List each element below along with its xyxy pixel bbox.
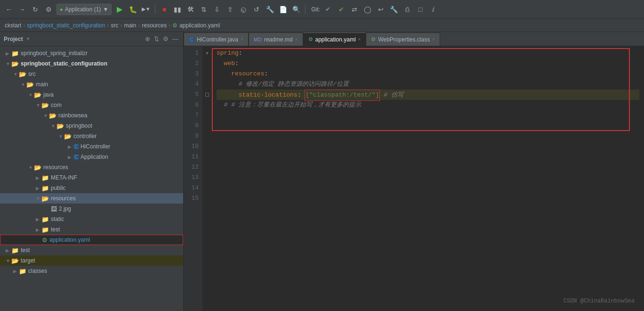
code-indent-4 (217, 79, 239, 90)
toolbar: ← → ↻ ⚙ ● Application (1) ▼ ▶ 🐛 ▶▼ ■ ▮▮ … (0, 0, 644, 19)
git-checkmark-button[interactable]: ✔ (323, 4, 333, 15)
git-fetch-button[interactable]: ⇅ (199, 4, 209, 15)
tree-label-application-yaml: application.yaml (49, 237, 90, 243)
git-branch-button[interactable]: ⇄ (349, 4, 360, 15)
forward-button[interactable]: → (17, 4, 27, 15)
yaml-icon: ⚙ (42, 237, 48, 244)
tree-label-src: src (28, 71, 36, 77)
refresh-button[interactable]: ↻ (30, 4, 40, 15)
tree-item-spring-initializr[interactable]: ▶ 📁 springboot_spring_initializr (0, 48, 183, 58)
tab-hicontroller[interactable]: C HiController.java × (184, 33, 249, 46)
tree-item-resources-main[interactable]: ▼ 📂 resources (0, 162, 183, 172)
folder-meta-icon: 📁 (41, 174, 49, 181)
back-button[interactable]: ← (4, 4, 14, 15)
tab-application-yaml[interactable]: ⚙ application.yaml × (303, 33, 366, 46)
tools-button[interactable]: 🔧 (265, 4, 275, 15)
tree-item-target[interactable]: ▼ 📂 target (0, 255, 183, 266)
fold-marker-5[interactable] (202, 90, 212, 100)
code-line-10 (217, 141, 639, 152)
settings-button[interactable]: ⚙ (43, 4, 54, 15)
tree-label-application-class: Application (80, 154, 108, 160)
run-button[interactable]: ▶ (114, 4, 125, 15)
tree-label-controller: controller (73, 133, 97, 139)
sidebar-minimize-button[interactable]: — (171, 34, 179, 43)
code-line-9 (217, 131, 639, 141)
code-comment-4: # 修改/指定 静态资源的访问路径/位置 (239, 79, 349, 90)
tree-item-application-yaml[interactable]: ⚙ application.yaml (0, 235, 183, 245)
build-button[interactable]: 🛠 (185, 4, 196, 15)
code-line-5: static-locations: ["classpath:/test/"] #… (217, 90, 639, 100)
coverage-button[interactable]: ▶▼ (141, 4, 151, 15)
run-config-dropdown[interactable]: ● Application (1) ▼ (56, 4, 112, 15)
tree-item-springboot-dir[interactable]: ▼ 📂 springboot (0, 121, 183, 131)
tree-item-test-root[interactable]: ▶ 📁 test (0, 245, 183, 255)
editor-content: 1 2 3 4 5 6 7 8 9 10 11 12 13 14 15 ▼ (184, 46, 644, 311)
tree-arrow-main-icon: ▼ (21, 82, 26, 87)
tab-yaml-close[interactable]: × (358, 37, 361, 42)
git-push-button[interactable]: ⇧ (225, 4, 235, 15)
git-share-button[interactable]: ⎙ (402, 4, 412, 15)
breadcrumb-sep-2: › (107, 22, 109, 29)
tree-item-resources-selected[interactable]: ▼ 📂 resources (0, 193, 183, 204)
search-button[interactable]: 🔍 (291, 4, 301, 15)
history-button[interactable]: ◵ (238, 4, 249, 15)
folder-src-icon: 📂 (19, 71, 26, 78)
breadcrumb-part-2[interactable]: springboot_static_configuration (27, 22, 105, 29)
tree-arrow-hi-icon: ▶ (68, 144, 73, 149)
tree-label-static: static (51, 216, 64, 222)
code-editor[interactable]: spring: web: resources: # 修改/指定 静态资源的访问路… (212, 46, 644, 311)
tab-readme-close[interactable]: × (295, 37, 298, 42)
fold-marker-1[interactable]: ▼ (202, 48, 212, 58)
tree-item-meta-inf[interactable]: ▶ 📁 META-INF (0, 172, 183, 183)
tree-label-test-root: test (21, 247, 30, 254)
tree-item-public[interactable]: ▶ 📁 public (0, 183, 183, 193)
tree-arrow-classes-icon: ▶ (13, 269, 19, 274)
tab-webproperties-close[interactable]: × (432, 37, 435, 42)
stop-button[interactable]: ■ (159, 4, 169, 15)
sdk-button[interactable]: 📄 (278, 4, 288, 15)
tree-arrow-test-folder-icon: ▶ (36, 227, 41, 232)
tree-item-java-dir[interactable]: ▼ 📂 java (0, 90, 183, 100)
undo-button[interactable]: ↺ (251, 4, 262, 15)
tree-item-static-config[interactable]: ▼ 📂 springboot_static_configuration (0, 58, 183, 69)
tree-item-com[interactable]: ▼ 📂 com (0, 100, 183, 110)
sep2 (305, 5, 306, 14)
git-update-button[interactable]: ⇩ (212, 4, 222, 15)
code-value-5: ["classpath:/test/"] (305, 90, 380, 101)
tab-md-icon: MD (254, 37, 262, 42)
editor-area: C HiController.java × MD readme.md × ⚙ a… (184, 32, 644, 311)
tree-label-target: target (21, 257, 35, 264)
image-icon: 🖼 (51, 205, 57, 213)
tab-webproperties[interactable]: ⚙ WebProperties.class × (366, 33, 440, 46)
sidebar-add-button[interactable]: ⊕ (144, 34, 151, 43)
tree-item-classes[interactable]: ▶ 📁 classes (0, 266, 183, 276)
git-terminal-button[interactable]: □ (415, 4, 426, 15)
tree-item-2jpg[interactable]: 🖼 2.jpg (0, 204, 183, 214)
suspend-button[interactable]: ▮▮ (172, 4, 183, 15)
code-static-kw: static-locations (239, 90, 298, 100)
breadcrumb-part-3: src (111, 22, 118, 29)
tree-item-hicontroller[interactable]: ▶ C HiController (0, 141, 183, 152)
tab-hicontroller-close[interactable]: × (241, 37, 243, 42)
breadcrumb-yaml-icon: ⚙ (172, 22, 177, 29)
sidebar-settings-button[interactable]: ⚙ (162, 34, 169, 43)
fold-line-2 (202, 58, 212, 69)
git-status-button[interactable]: ✔ (336, 4, 346, 15)
tree-item-static[interactable]: ▶ 📁 static (0, 214, 183, 224)
tab-readme[interactable]: MD readme.md × (249, 33, 303, 46)
code-space-5 (380, 90, 384, 100)
tree-item-test-folder[interactable]: ▶ 📁 test (0, 224, 183, 235)
tree-item-main[interactable]: ▼ 📂 main (0, 79, 183, 90)
debug-button[interactable]: 🐛 (128, 4, 138, 15)
tree-item-src[interactable]: ▼ 📂 src (0, 69, 183, 79)
tree-item-rainbowsea[interactable]: ▼ 📂 rainbowsea (0, 110, 183, 121)
sidebar-sync-button[interactable]: ⇅ (153, 34, 160, 43)
tree-item-controller[interactable]: ▼ 📂 controller (0, 131, 183, 141)
tab-class-icon: ⚙ (371, 36, 376, 42)
translate-button[interactable]: ⅈ (428, 4, 439, 15)
tree-item-application-class[interactable]: ▶ C Application (0, 152, 183, 162)
git-clock-button[interactable]: ◯ (362, 4, 373, 15)
git-revert-button[interactable]: ↩ (376, 4, 386, 15)
git-wrench-button[interactable]: 🔧 (389, 4, 399, 15)
java-app-icon: C (73, 154, 79, 160)
